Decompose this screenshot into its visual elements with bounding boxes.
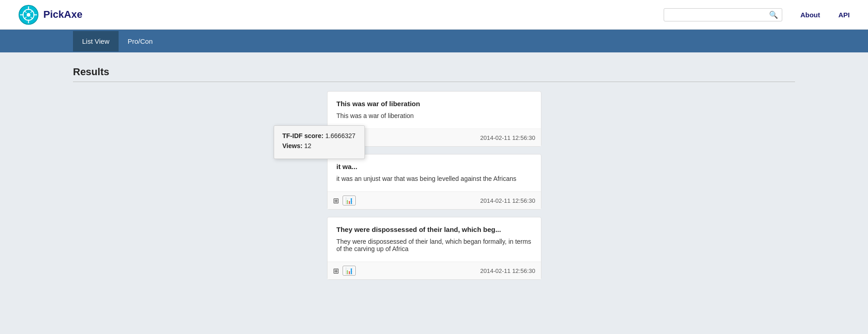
card-footer-icons-3: ⊞ 📊 (333, 266, 356, 276)
card-body-1: This was war of liberation This was a wa… (327, 92, 541, 128)
logo-icon (18, 5, 39, 25)
main-content: Results This was war of liberation This … (0, 52, 868, 301)
tab-procon[interactable]: Pro/Con (119, 31, 162, 51)
hierarchy-icon-2[interactable]: ⊞ (333, 196, 339, 205)
tooltip-tfidf-value: 1.6666327 (325, 132, 355, 139)
tab-list-view[interactable]: List View (73, 31, 119, 51)
navbar: List View Pro/Con (0, 30, 868, 52)
card-date-2: 2014-02-11 12:56:30 (480, 197, 535, 204)
search-input[interactable] (668, 11, 769, 18)
tooltip-views-label: Views: (282, 142, 302, 149)
card-text-2: it was an unjust war that was being leve… (337, 175, 532, 182)
header-nav: About API (800, 11, 850, 19)
result-card-2: it wa... it was an unjust war that was b… (327, 154, 541, 210)
tooltip-tfidf-label: TF-IDF score: (282, 132, 323, 139)
card-footer-2: ⊞ 📊 2014-02-11 12:56:30 (327, 191, 541, 209)
chart-button-3[interactable]: 📊 (343, 266, 356, 276)
logo-area: PickAxe (18, 5, 83, 25)
tooltip-views-row: Views: 12 (282, 142, 356, 149)
search-button[interactable]: 🔍 (769, 10, 778, 19)
logo-text: PickAxe (43, 9, 83, 21)
svg-point-2 (27, 13, 31, 16)
header: PickAxe 🔍 About API (0, 0, 868, 30)
about-link[interactable]: About (800, 11, 820, 19)
results-title: Results (73, 66, 795, 78)
card-title-1: This was war of liberation (337, 100, 532, 108)
card-date-1: 2014-02-11 12:56:30 (480, 134, 535, 141)
card-date-3: 2014-02-11 12:56:30 (480, 267, 535, 274)
card-footer-icons-2: ⊞ 📊 (333, 195, 356, 206)
chart-button-2[interactable]: 📊 (343, 195, 356, 206)
card-body-2: it wa... it was an unjust war that was b… (327, 154, 541, 191)
card-text-3: They were dispossessed of their land, wh… (337, 238, 532, 252)
card-title-3: They were dispossessed of their land, wh… (337, 226, 532, 233)
tooltip-popup: TF-IDF score: 1.6666327 Views: 12 (274, 125, 365, 159)
results-divider (73, 82, 795, 82)
card-body-3: They were dispossessed of their land, wh… (327, 217, 541, 262)
result-card-3: They were dispossessed of their land, wh… (327, 217, 541, 280)
search-area: 🔍 (664, 8, 782, 21)
api-link[interactable]: API (838, 11, 850, 19)
tooltip-views-value: 12 (304, 142, 312, 149)
tooltip-tfidf-row: TF-IDF score: 1.6666327 (282, 132, 356, 139)
card-title-2: it wa... (337, 163, 532, 170)
hierarchy-icon-3[interactable]: ⊞ (333, 267, 339, 275)
card-footer-3: ⊞ 📊 2014-02-11 12:56:30 (327, 262, 541, 279)
card-text-1: This was a war of liberation (337, 112, 532, 119)
